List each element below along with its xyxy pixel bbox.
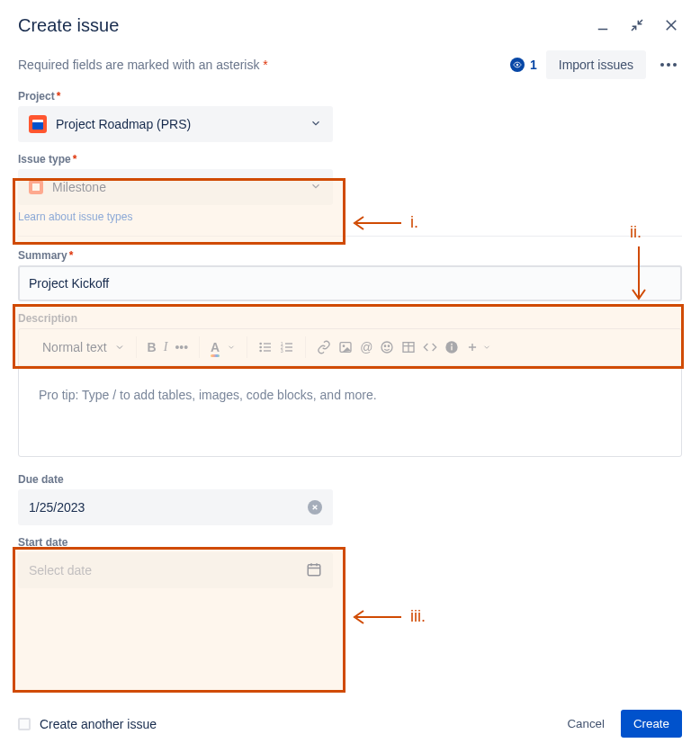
info-icon[interactable]: [444, 340, 459, 354]
required-note: Required fields are marked with an aster…: [18, 58, 268, 72]
due-date-label: Due date: [18, 473, 682, 486]
svg-point-20: [381, 342, 392, 353]
description-textarea[interactable]: Pro tip: Type / to add tables, images, c…: [19, 366, 681, 456]
svg-point-19: [343, 345, 346, 347]
cancel-button[interactable]: Cancel: [556, 710, 615, 738]
project-icon: [29, 115, 47, 133]
project-field: Project* Project Roadmap (PRS): [18, 90, 682, 142]
svg-text:3: 3: [281, 348, 283, 354]
start-date-placeholder: Select date: [29, 563, 92, 577]
svg-point-10: [260, 350, 263, 353]
sub-header: Required fields are marked with an aster…: [0, 43, 700, 90]
due-date-value: 1/25/2023: [29, 500, 85, 515]
create-button[interactable]: Create: [621, 710, 682, 738]
description-editor: Normal text B I ••• A: [18, 328, 682, 457]
bullet-list-icon[interactable]: [258, 340, 273, 354]
svg-rect-13: [285, 343, 292, 344]
chevron-down-icon: [310, 117, 322, 132]
issue-type-value: Milestone: [52, 180, 106, 194]
issue-type-select[interactable]: Milestone: [18, 169, 333, 205]
description-placeholder: Pro tip: Type / to add tables, images, c…: [39, 388, 377, 402]
project-label: Project*: [18, 90, 682, 103]
create-another-label: Create another issue: [40, 717, 157, 731]
issue-type-field: Issue type* Milestone Learn about issue …: [18, 153, 682, 223]
checkbox-icon: [18, 718, 31, 730]
description-field: Description Normal text B I •••: [18, 312, 682, 457]
issue-type-label: Issue type*: [18, 153, 682, 166]
description-label: Description: [18, 312, 682, 325]
form-body: Project* Project Roadmap (PRS) Issue typ…: [0, 90, 700, 588]
svg-rect-9: [264, 346, 271, 347]
watch-count: 1: [530, 58, 537, 72]
svg-point-8: [260, 346, 263, 349]
chevron-down-icon: [310, 180, 322, 195]
project-select[interactable]: Project Roadmap (PRS): [18, 106, 333, 142]
svg-rect-11: [264, 350, 271, 351]
start-date-field: Start date Select date: [18, 536, 682, 588]
due-date-input[interactable]: 1/25/2023: [18, 489, 333, 525]
annotation-arrow-iii: [349, 608, 403, 626]
emoji-icon[interactable]: [380, 340, 394, 354]
svg-point-5: [516, 64, 519, 67]
modal-header: Create issue: [0, 0, 700, 43]
svg-rect-15: [285, 346, 292, 347]
start-date-input[interactable]: Select date: [18, 552, 333, 588]
eye-icon: [510, 58, 525, 72]
import-issues-button[interactable]: Import issues: [546, 50, 646, 79]
svg-point-6: [260, 343, 263, 345]
summary-label: Summary*: [18, 249, 682, 262]
svg-rect-27: [452, 346, 453, 351]
create-another-checkbox[interactable]: Create another issue: [18, 717, 157, 731]
numbered-list-icon[interactable]: 123: [280, 340, 294, 354]
editor-toolbar: Normal text B I ••• A: [19, 329, 681, 366]
learn-issue-types-link[interactable]: Learn about issue types: [18, 210, 132, 223]
start-date-label: Start date: [18, 536, 682, 549]
svg-point-22: [389, 345, 390, 346]
svg-point-28: [452, 344, 453, 345]
close-icon[interactable]: [660, 14, 682, 36]
svg-rect-33: [308, 564, 320, 575]
modal-footer: Create another issue Cancel Create: [0, 699, 700, 752]
insert-more-icon[interactable]: [466, 341, 491, 354]
create-issue-modal: Create issue Required fields are marked …: [0, 0, 700, 752]
code-icon[interactable]: [423, 340, 437, 354]
mention-icon[interactable]: @: [360, 340, 372, 354]
svg-rect-7: [264, 343, 271, 344]
exit-fullscreen-icon[interactable]: [626, 14, 648, 36]
more-formatting-icon[interactable]: •••: [175, 340, 188, 354]
italic-icon[interactable]: I: [164, 340, 168, 354]
chevron-down-icon[interactable]: [227, 343, 236, 352]
svg-rect-17: [285, 350, 292, 351]
project-value: Project Roadmap (PRS): [56, 117, 191, 131]
more-actions-icon[interactable]: [655, 58, 682, 72]
summary-field: Summary*: [18, 249, 682, 301]
minimize-icon[interactable]: [592, 14, 614, 36]
table-icon[interactable]: [401, 340, 416, 354]
image-icon[interactable]: [338, 340, 353, 354]
summary-input[interactable]: [18, 265, 682, 301]
header-actions: [592, 14, 682, 36]
bold-icon[interactable]: B: [148, 340, 157, 354]
calendar-icon: [306, 561, 322, 580]
watchers-button[interactable]: 1: [510, 58, 537, 72]
link-icon[interactable]: [317, 340, 331, 354]
text-style-dropdown[interactable]: Normal text: [42, 340, 125, 354]
modal-title: Create issue: [18, 15, 119, 36]
milestone-icon: [29, 180, 43, 194]
svg-point-21: [385, 345, 386, 346]
annotation-label-iii: iii.: [410, 607, 426, 626]
clear-icon[interactable]: [308, 500, 322, 515]
due-date-field: Due date 1/25/2023: [18, 473, 682, 525]
subheader-right: 1 Import issues: [510, 50, 682, 79]
divider: [18, 236, 682, 237]
text-color-icon[interactable]: A: [211, 340, 220, 354]
